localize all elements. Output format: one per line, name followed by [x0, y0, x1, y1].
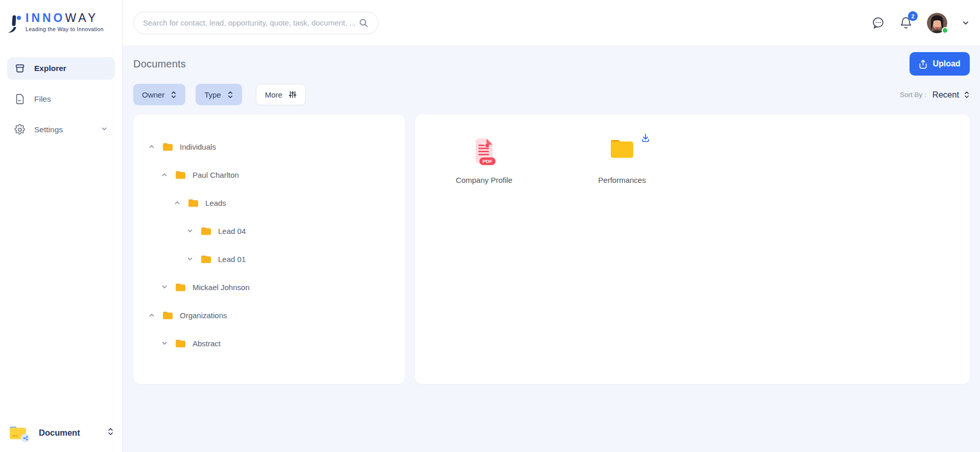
archive-icon — [14, 63, 26, 74]
brand-mark-icon — [7, 12, 22, 35]
chevron-down-icon[interactable] — [186, 227, 194, 235]
chevron-up-icon[interactable] — [148, 142, 156, 151]
folder-icon — [609, 137, 635, 161]
chevron-down-icon[interactable] — [186, 255, 194, 263]
tree-node[interactable]: Lead 04 — [142, 222, 396, 240]
upload-button[interactable]: Upload — [910, 52, 970, 76]
folder-icon — [187, 198, 199, 208]
pdf-file-icon: PDF — [471, 137, 497, 171]
tree-node[interactable]: Mickael Johnson — [142, 278, 396, 296]
sliders-icon — [289, 90, 297, 99]
folder-icon — [200, 226, 212, 236]
chevron-up-icon[interactable] — [160, 171, 169, 179]
file-label: Performances — [598, 176, 646, 184]
sidebar-item-label: Settings — [34, 125, 63, 134]
tree-node[interactable]: Abstract — [142, 335, 396, 352]
search-icon[interactable] — [358, 18, 369, 28]
global-search[interactable] — [133, 12, 378, 34]
brand-tagline: Leading the Way to Innovation — [26, 27, 104, 32]
chevron-down-icon[interactable] — [160, 339, 169, 347]
file-card[interactable]: PDF Company Profile — [446, 137, 522, 384]
chevron-up-icon[interactable] — [148, 311, 156, 319]
sidebar-item-explorer[interactable]: Explorer — [7, 57, 115, 80]
tree-node-label: Lead 04 — [218, 227, 246, 235]
folder-share-icon — [8, 424, 28, 441]
sidebar-item-files[interactable]: Files — [7, 88, 115, 110]
sort-by-label: Sort By : — [900, 91, 926, 99]
workspace-switcher[interactable]: Document — [0, 424, 122, 441]
owner-filter[interactable]: Owner — [133, 84, 185, 105]
folder-icon — [200, 254, 212, 264]
chevron-up-icon[interactable] — [173, 199, 181, 207]
files-panel: PDF Company Profile — [415, 114, 970, 384]
tree-node-label: Abstract — [193, 339, 221, 348]
svg-text:PDF: PDF — [483, 158, 493, 164]
gear-icon — [14, 124, 26, 135]
online-status-dot — [942, 27, 948, 34]
tree-node-label: Organizations — [180, 311, 227, 320]
chevron-down-icon[interactable] — [160, 283, 169, 291]
folder-tree-panel: Individuals Paul Charlton Leads — [133, 114, 405, 384]
chevron-down-icon[interactable] — [101, 125, 108, 134]
chevron-sort-icon — [964, 90, 970, 99]
tree-node[interactable]: Leads — [142, 194, 396, 211]
workspace-label: Document — [39, 428, 102, 438]
sidebar-item-label: Files — [34, 94, 51, 104]
type-filter[interactable]: Type — [196, 84, 242, 105]
folder-icon — [175, 339, 186, 348]
folder-icon — [175, 282, 186, 292]
tree-node-label: Leads — [205, 199, 226, 207]
folder-icon — [162, 311, 174, 320]
download-icon[interactable] — [640, 133, 651, 145]
tree-node-label: Paul Charlton — [193, 171, 239, 179]
chat-icon[interactable] — [871, 16, 885, 30]
tree-node[interactable]: Lead 01 — [142, 250, 396, 268]
search-input[interactable] — [143, 18, 358, 27]
sidebar-item-label: Explorer — [34, 64, 66, 73]
tree-node-label: Mickael Johnson — [193, 283, 250, 292]
account-chevron-down-icon[interactable] — [962, 19, 970, 27]
sidebar-nav: Explorer Files Settings — [0, 57, 122, 141]
folder-tree: Individuals Paul Charlton Leads — [142, 138, 396, 352]
tree-node-label: Lead 01 — [218, 255, 246, 264]
sidebar: INNOWAY Leading the Way to Innovation Ex… — [0, 0, 123, 452]
file-card[interactable]: PDF Performances — [584, 137, 660, 384]
chevron-sort-icon — [171, 90, 177, 99]
topbar: 2 — [123, 0, 980, 46]
brand-name: INNOWAY — [26, 12, 104, 24]
tree-node-label: Individuals — [180, 142, 216, 151]
tree-node[interactable]: Individuals — [142, 138, 396, 155]
folder-icon — [162, 142, 174, 152]
page-title: Documents — [133, 58, 186, 70]
notifications-icon[interactable]: 2 — [899, 16, 913, 30]
folder-icon — [175, 170, 186, 180]
avatar[interactable] — [927, 13, 947, 33]
sort-select[interactable]: Recent — [933, 90, 970, 100]
more-filters-button[interactable]: More — [256, 84, 306, 105]
tree-node[interactable]: Paul Charlton — [142, 166, 396, 183]
documents-page: Documents Upload Owner Type — [123, 46, 980, 452]
notification-badge: 2 — [908, 11, 918, 21]
chevron-sort-icon — [227, 90, 233, 99]
tree-node[interactable]: Organizations — [142, 306, 396, 324]
sidebar-item-settings[interactable]: Settings — [7, 118, 115, 141]
brand-logo: INNOWAY Leading the Way to Innovation — [0, 0, 122, 40]
file-icon — [14, 93, 26, 105]
chevron-sort-icon[interactable] — [107, 427, 114, 438]
file-label: Company Profile — [456, 176, 513, 184]
upload-icon — [919, 59, 927, 69]
